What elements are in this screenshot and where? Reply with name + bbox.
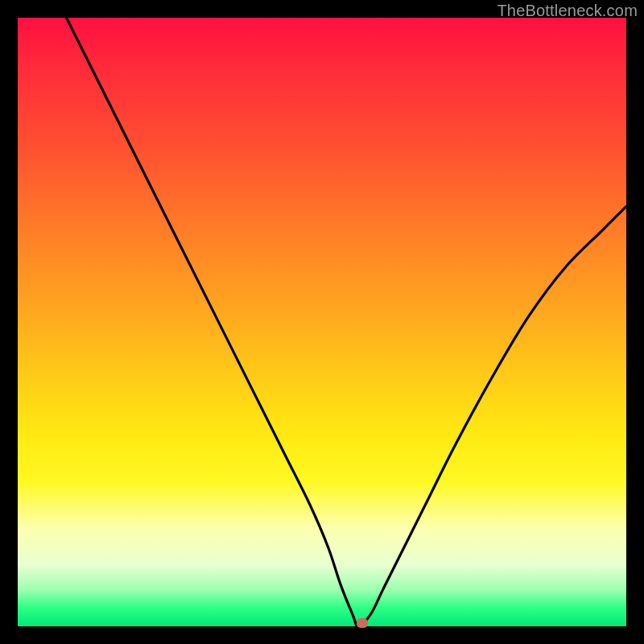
chart-frame: TheBottleneck.com: [0, 0, 644, 644]
plot-area: [18, 18, 626, 626]
optimal-point-marker: [357, 618, 368, 628]
bottleneck-curve: [18, 18, 626, 626]
watermark-text: TheBottleneck.com: [497, 2, 638, 20]
